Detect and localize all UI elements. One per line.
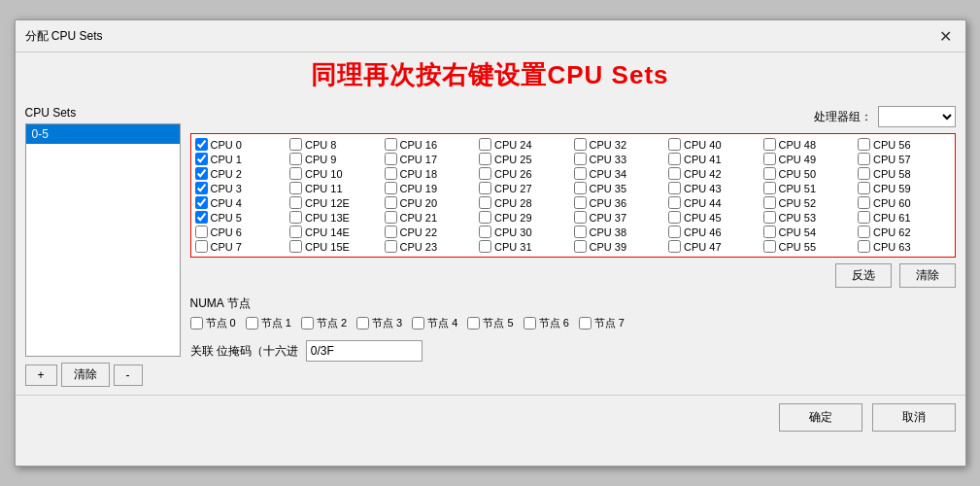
cpu-checkbox-31[interactable]	[479, 240, 491, 253]
cpu-item: CPU 17	[385, 153, 478, 165]
cpu-item: CPU 38	[574, 226, 667, 238]
cpu-item: CPU 57	[858, 153, 951, 165]
cpu-checkbox-37[interactable]	[574, 211, 587, 224]
cpu-checkbox-48[interactable]	[763, 138, 776, 151]
numa-checkbox-3[interactable]	[356, 317, 369, 330]
cpu-checkbox-53[interactable]	[763, 211, 776, 224]
cpu-checkbox-50[interactable]	[763, 167, 776, 180]
processor-group-select[interactable]	[878, 106, 956, 127]
cpu-checkbox-47[interactable]	[668, 240, 681, 253]
cpu-label-23: CPU 23	[400, 241, 438, 253]
cpu-checkbox-63[interactable]	[858, 240, 870, 253]
cpu-checkbox-44[interactable]	[668, 196, 681, 209]
cpu-checkbox-45[interactable]	[668, 211, 681, 224]
cpu-checkbox-14[interactable]	[289, 226, 302, 238]
cpu-checkbox-27[interactable]	[479, 182, 491, 194]
cpu-checkbox-15[interactable]	[289, 240, 302, 253]
cpu-sets-item[interactable]: 0-5	[26, 124, 180, 144]
cpu-checkbox-35[interactable]	[574, 182, 587, 194]
numa-checkbox-0[interactable]	[190, 317, 203, 330]
cpu-item: CPU 25	[479, 153, 572, 165]
clear-grid-button[interactable]: 清除	[899, 263, 956, 288]
cpu-checkbox-38[interactable]	[574, 226, 587, 238]
cpu-label-26: CPU 26	[494, 168, 532, 180]
cpu-checkbox-18[interactable]	[385, 167, 397, 180]
cpu-checkbox-55[interactable]	[763, 240, 776, 253]
numa-checkbox-6[interactable]	[524, 317, 536, 330]
cpu-item: CPU 10	[289, 167, 383, 180]
cpu-checkbox-52[interactable]	[763, 196, 776, 209]
cpu-checkbox-11[interactable]	[289, 182, 302, 194]
cpu-checkbox-58[interactable]	[858, 167, 870, 180]
cpu-checkbox-30[interactable]	[479, 226, 491, 238]
cpu-item: CPU 2	[195, 167, 288, 180]
cpu-item: CPU 53	[763, 211, 857, 224]
remove-cpu-set-button[interactable]: -	[114, 364, 143, 386]
cpu-item: CPU 30	[479, 226, 572, 238]
cpu-checkbox-60[interactable]	[858, 196, 870, 209]
cpu-checkbox-46[interactable]	[668, 226, 681, 238]
cpu-checkbox-22[interactable]	[385, 226, 397, 238]
numa-checkbox-5[interactable]	[467, 317, 480, 330]
cpu-checkbox-49[interactable]	[763, 153, 776, 165]
cpu-checkbox-33[interactable]	[574, 153, 587, 165]
cpu-checkbox-36[interactable]	[574, 196, 587, 209]
numa-item-0: 节点 0	[190, 316, 236, 330]
cpu-checkbox-1[interactable]	[195, 153, 208, 165]
cpu-checkbox-17[interactable]	[385, 153, 397, 165]
cpu-checkbox-26[interactable]	[479, 167, 491, 180]
cpu-checkbox-61[interactable]	[858, 211, 870, 224]
cpu-label-40: CPU 40	[684, 139, 722, 151]
cpu-checkbox-57[interactable]	[858, 153, 870, 165]
cpu-checkbox-39[interactable]	[574, 240, 587, 253]
cpu-item: CPU 21	[385, 211, 478, 224]
cpu-label-61: CPU 61	[873, 212, 911, 224]
cpu-checkbox-19[interactable]	[385, 182, 397, 194]
cpu-checkbox-59[interactable]	[858, 182, 870, 194]
cpu-checkbox-42[interactable]	[668, 167, 681, 180]
cpu-checkbox-32[interactable]	[574, 138, 587, 151]
cpu-checkbox-43[interactable]	[668, 182, 681, 194]
cpu-checkbox-40[interactable]	[668, 138, 681, 151]
ok-button[interactable]: 确定	[779, 403, 862, 432]
cpu-checkbox-4[interactable]	[195, 196, 208, 209]
cpu-label-18: CPU 18	[400, 168, 438, 180]
clear-cpu-set-button[interactable]: 清除	[61, 363, 110, 387]
cpu-checkbox-25[interactable]	[479, 153, 491, 165]
cpu-checkbox-12[interactable]	[289, 196, 302, 209]
cpu-checkbox-8[interactable]	[289, 138, 302, 151]
close-button[interactable]: ✕	[936, 26, 956, 46]
cpu-checkbox-16[interactable]	[385, 138, 397, 151]
cpu-checkbox-24[interactable]	[479, 138, 491, 151]
cpu-checkbox-23[interactable]	[385, 240, 397, 253]
cpu-checkbox-10[interactable]	[289, 167, 302, 180]
cpu-checkbox-54[interactable]	[763, 226, 776, 238]
cpu-label-32: CPU 32	[590, 139, 627, 151]
cpu-checkbox-34[interactable]	[574, 167, 587, 180]
cpu-checkbox-20[interactable]	[385, 196, 397, 209]
add-cpu-set-button[interactable]: +	[25, 364, 57, 386]
cpu-checkbox-9[interactable]	[289, 153, 302, 165]
cpu-checkbox-21[interactable]	[385, 211, 397, 224]
cpu-checkbox-3[interactable]	[195, 182, 208, 194]
cpu-checkbox-51[interactable]	[763, 182, 776, 194]
cpu-checkbox-6[interactable]	[195, 226, 208, 238]
cpu-checkbox-7[interactable]	[195, 240, 208, 253]
cpu-checkbox-0[interactable]	[195, 138, 208, 151]
numa-checkbox-2[interactable]	[301, 317, 314, 330]
cancel-button[interactable]: 取消	[872, 403, 956, 432]
cpu-checkbox-41[interactable]	[668, 153, 681, 165]
numa-checkbox-7[interactable]	[579, 317, 591, 330]
cpu-checkbox-29[interactable]	[479, 211, 491, 224]
invert-button[interactable]: 反选	[835, 263, 892, 288]
cpu-checkbox-5[interactable]	[195, 211, 208, 224]
cpu-checkbox-56[interactable]	[858, 138, 870, 151]
cpu-item: CPU 7	[195, 240, 288, 253]
cpu-checkbox-2[interactable]	[195, 167, 208, 180]
cpu-checkbox-28[interactable]	[479, 196, 491, 209]
numa-checkbox-1[interactable]	[246, 317, 258, 330]
cpu-checkbox-62[interactable]	[858, 226, 870, 238]
affinity-input[interactable]	[306, 340, 422, 362]
cpu-checkbox-13[interactable]	[289, 211, 302, 224]
numa-checkbox-4[interactable]	[412, 317, 424, 330]
